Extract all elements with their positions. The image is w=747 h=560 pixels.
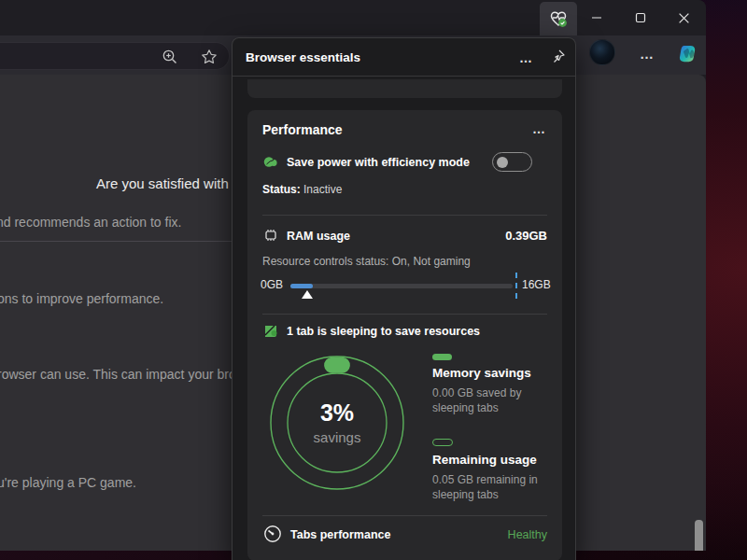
savings-percent: 3% xyxy=(290,399,384,427)
flyout-header: Browser essentials … xyxy=(233,38,575,77)
window-controls xyxy=(574,0,706,35)
status-value: Inactive xyxy=(301,183,343,196)
copilot-icon[interactable] xyxy=(678,43,699,64)
gauge-icon xyxy=(262,524,283,544)
ram-slider-max-label: 16GB xyxy=(522,278,551,291)
ram-slider-min-label: 0GB xyxy=(261,278,283,291)
page-text-heading: Are you satisfied with p xyxy=(96,175,240,191)
maximize-button[interactable] xyxy=(618,0,662,35)
pin-icon xyxy=(550,49,566,64)
remaining-usage-title: Remaining usage xyxy=(432,453,537,467)
page-text-line: ons to improve performance. xyxy=(0,291,163,306)
divider xyxy=(262,314,547,315)
toggle-knob xyxy=(497,157,508,168)
flyout-title: Browser essentials xyxy=(246,50,360,64)
minimize-icon xyxy=(591,12,602,23)
ram-limit-marker xyxy=(515,273,517,299)
efficiency-status: Status: Inactive xyxy=(262,183,342,196)
close-icon xyxy=(678,12,690,24)
memory-savings-swatch xyxy=(432,354,452,360)
desktop-wallpaper: … Are you satisfied with p nd recommends… xyxy=(0,0,747,560)
memory-savings-detail-1: 0.00 GB saved by xyxy=(432,386,521,399)
ram-chip-icon xyxy=(262,227,279,244)
scrolled-card-partial xyxy=(247,79,562,98)
divider xyxy=(262,215,547,216)
divider xyxy=(262,515,547,516)
pin-button[interactable] xyxy=(544,46,571,70)
title-bar xyxy=(0,0,706,35)
close-button[interactable] xyxy=(662,0,706,35)
page-text-line: u're playing a PC game. xyxy=(0,475,136,490)
browser-essentials-button[interactable] xyxy=(540,2,577,35)
page-divider xyxy=(0,241,243,242)
ram-slider-fill xyxy=(290,284,313,288)
performance-heading: Performance xyxy=(262,122,343,137)
minimize-button[interactable] xyxy=(574,0,618,35)
performance-card: Performance … Save power with efficiency… xyxy=(247,110,562,560)
settings-menu-button[interactable]: … xyxy=(635,37,659,69)
flyout-more-button[interactable]: … xyxy=(513,46,539,70)
browser-essentials-flyout: Browser essentials … Performance … Save … xyxy=(232,37,576,560)
ram-usage-label: RAM usage xyxy=(287,230,350,243)
maximize-icon xyxy=(635,12,646,23)
ram-usage-value: 0.39GB xyxy=(505,229,547,243)
memory-savings-title: Memory savings xyxy=(432,366,531,380)
profile-avatar[interactable] xyxy=(589,39,615,65)
page-text-line: nd recommends an action to fix. xyxy=(0,215,181,230)
efficiency-mode-icon xyxy=(262,153,279,170)
savings-caption: savings xyxy=(290,429,384,445)
efficiency-mode-label: Save power with efficiency mode xyxy=(287,156,470,169)
remaining-usage-swatch xyxy=(432,439,453,446)
favorites-star-icon[interactable] xyxy=(201,49,218,65)
ram-slider-track[interactable] xyxy=(290,284,513,288)
heart-pulse-icon xyxy=(547,7,570,30)
status-label: Status: xyxy=(262,183,301,196)
page-text-line: rowser can use. This can impact your bro xyxy=(0,367,236,382)
tabs-performance-status: Healthy xyxy=(508,528,547,541)
page-scrollbar-thumb[interactable] xyxy=(695,520,703,551)
address-bar[interactable] xyxy=(0,42,230,70)
sleeping-tabs-banner: 1 tab is sleeping to save resources xyxy=(287,325,480,338)
resource-controls-status: Resource controls status: On, Not gaming xyxy=(262,255,471,268)
zoom-in-icon[interactable] xyxy=(162,49,178,65)
sleeping-tab-leaf-icon xyxy=(262,322,279,339)
remaining-usage-detail-1: 0.05 GB remaining in xyxy=(432,473,538,486)
memory-savings-detail-2: sleeping tabs xyxy=(432,401,499,414)
efficiency-mode-toggle[interactable] xyxy=(492,152,532,172)
remaining-usage-detail-2: sleeping tabs xyxy=(432,488,499,501)
ram-slider-thumb[interactable] xyxy=(302,290,313,299)
performance-more-button[interactable]: … xyxy=(525,118,553,140)
tabs-performance-label: Tabs performance xyxy=(290,528,390,541)
